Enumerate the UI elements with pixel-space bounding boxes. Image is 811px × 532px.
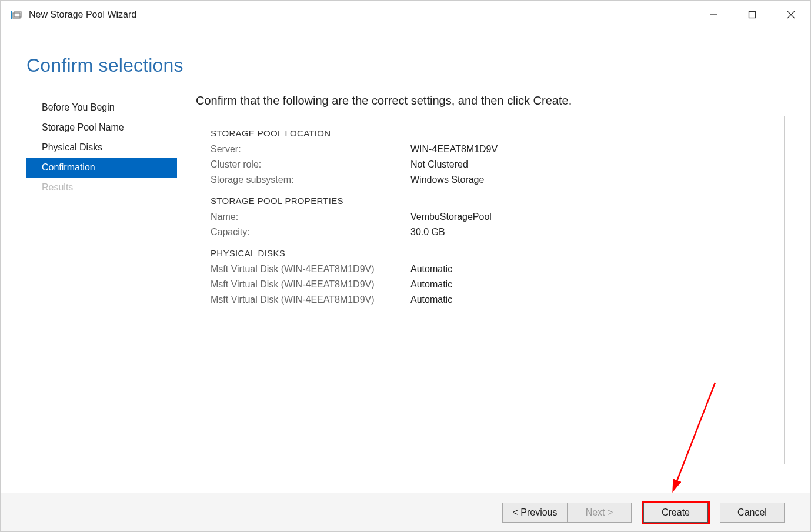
- row-cluster-role: Cluster role: Not Clustered: [211, 159, 770, 170]
- cancel-button[interactable]: Cancel: [720, 503, 785, 523]
- step-confirmation[interactable]: Confirmation: [26, 158, 177, 178]
- label-capacity: Capacity:: [211, 227, 410, 237]
- label-storage-subsystem: Storage subsystem:: [211, 175, 410, 185]
- label-disk: Msft Virtual Disk (WIN-4EEAT8M1D9V): [211, 295, 410, 305]
- label-name: Name:: [211, 212, 410, 222]
- label-cluster-role: Cluster role:: [211, 159, 410, 170]
- section-header-location: STORAGE POOL LOCATION: [211, 128, 770, 138]
- value-name: VembuStoragePool: [410, 212, 492, 222]
- window-title: New Storage Pool Wizard: [29, 9, 136, 20]
- window-controls: [694, 1, 810, 29]
- page-heading: Confirm selections: [1, 29, 810, 94]
- value-disk: Automatic: [410, 295, 452, 305]
- svg-rect-0: [11, 11, 12, 19]
- row-storage-subsystem: Storage subsystem: Windows Storage: [211, 175, 770, 185]
- app-icon: [10, 8, 23, 21]
- wizard-footer: < Previous Next > Create Cancel: [1, 493, 810, 531]
- label-disk: Msft Virtual Disk (WIN-4EEAT8M1D9V): [211, 264, 410, 275]
- value-disk: Automatic: [410, 279, 452, 290]
- next-button: Next >: [567, 503, 632, 523]
- create-button[interactable]: Create: [643, 503, 708, 523]
- label-server: Server:: [211, 144, 410, 155]
- section-header-physical-disks: PHYSICAL DISKS: [211, 248, 770, 258]
- content-panel: Confirm that the following are the corre…: [177, 94, 785, 464]
- close-button[interactable]: [772, 1, 810, 29]
- step-storage-pool-name[interactable]: Storage Pool Name: [26, 118, 177, 138]
- label-disk: Msft Virtual Disk (WIN-4EEAT8M1D9V): [211, 279, 410, 290]
- svg-rect-4: [749, 12, 756, 18]
- section-header-properties: STORAGE POOL PROPERTIES: [211, 196, 770, 206]
- value-server: WIN-4EEAT8M1D9V: [410, 144, 498, 155]
- value-cluster-role: Not Clustered: [410, 159, 468, 170]
- wizard-steps: Before You Begin Storage Pool Name Physi…: [26, 94, 177, 464]
- row-disk: Msft Virtual Disk (WIN-4EEAT8M1D9V) Auto…: [211, 264, 770, 275]
- step-physical-disks[interactable]: Physical Disks: [26, 138, 177, 158]
- row-capacity: Capacity: 30.0 GB: [211, 227, 770, 237]
- step-results: Results: [26, 178, 177, 198]
- row-disk: Msft Virtual Disk (WIN-4EEAT8M1D9V) Auto…: [211, 279, 770, 290]
- page-title: Confirm selections: [26, 55, 810, 76]
- titlebar: New Storage Pool Wizard: [1, 1, 810, 29]
- prev-next-group: < Previous Next >: [502, 503, 632, 523]
- row-disk: Msft Virtual Disk (WIN-4EEAT8M1D9V) Auto…: [211, 295, 770, 305]
- step-before-you-begin[interactable]: Before You Begin: [26, 98, 177, 118]
- value-capacity: 30.0 GB: [410, 227, 445, 237]
- value-storage-subsystem: Windows Storage: [410, 175, 484, 185]
- value-disk: Automatic: [410, 264, 452, 275]
- row-server: Server: WIN-4EEAT8M1D9V: [211, 144, 770, 155]
- wizard-body: Before You Begin Storage Pool Name Physi…: [1, 94, 810, 464]
- maximize-button[interactable]: [733, 1, 772, 29]
- minimize-button[interactable]: [694, 1, 733, 29]
- row-name: Name: VembuStoragePool: [211, 212, 770, 222]
- previous-button[interactable]: < Previous: [502, 503, 567, 523]
- settings-box: STORAGE POOL LOCATION Server: WIN-4EEAT8…: [196, 116, 785, 464]
- instruction-text: Confirm that the following are the corre…: [196, 94, 785, 108]
